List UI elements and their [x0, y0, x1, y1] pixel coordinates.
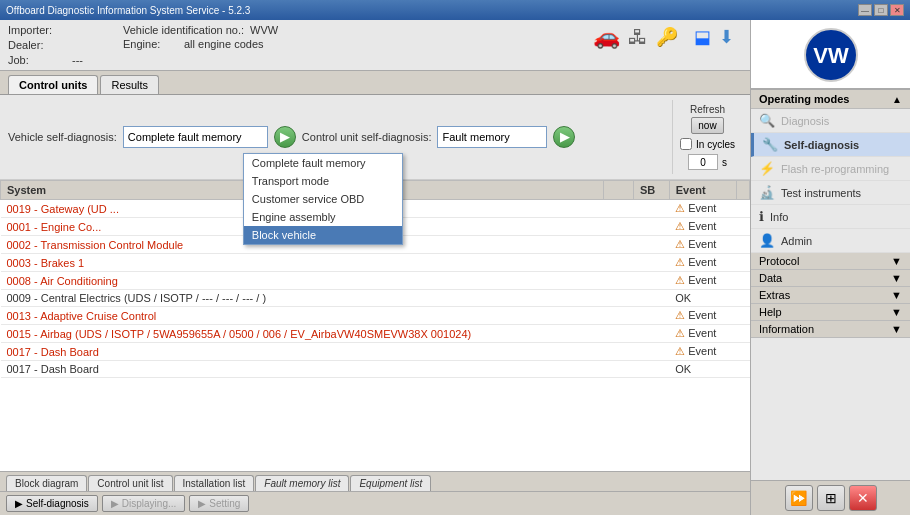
- cell-empty: [603, 272, 633, 290]
- information-section[interactable]: Information ▼: [751, 321, 910, 338]
- admin-icon: 👤: [759, 233, 775, 248]
- diagnosis-icon: 🔍: [759, 113, 775, 128]
- car-icon[interactable]: 🚗: [593, 24, 620, 50]
- setting-icon: ▶: [198, 498, 206, 509]
- cycles-input[interactable]: [688, 154, 718, 170]
- dropdown-item-engine[interactable]: Engine assembly: [244, 208, 402, 226]
- tab-results[interactable]: Results: [100, 75, 159, 94]
- cell-empty: [603, 200, 633, 218]
- diagnosis-label: Diagnosis: [781, 115, 829, 127]
- flash-label: Flash re-programming: [781, 163, 889, 175]
- help-section[interactable]: Help ▼: [751, 304, 910, 321]
- bottom-tab-fault-memory[interactable]: Fault memory list: [255, 475, 349, 491]
- flash-icon: ⚡: [759, 161, 775, 176]
- bottom-tab-control-unit-list[interactable]: Control unit list: [88, 475, 172, 491]
- dropdown-item-customer[interactable]: Customer service OBD: [244, 190, 402, 208]
- network-icon[interactable]: 🖧: [628, 26, 648, 49]
- cell-sb: [633, 361, 669, 378]
- vehicle-diag-go-button[interactable]: ▶: [274, 126, 296, 148]
- key-icon[interactable]: 🔑: [656, 26, 678, 48]
- control-unit-select-wrap[interactable]: Fault memory: [437, 126, 547, 148]
- toolbar: Vehicle self-diagnosis: Complete fault m…: [0, 95, 750, 180]
- menu-item-test-instruments[interactable]: 🔬 Test instruments: [751, 181, 910, 205]
- data-section[interactable]: Data ▼: [751, 270, 910, 287]
- engine-value: all engine codes: [184, 38, 264, 50]
- setting-label: Setting: [209, 498, 240, 509]
- table-row[interactable]: 0008 - Air Conditioning⚠ Event: [1, 272, 750, 290]
- bottom-tab-block-diagram[interactable]: Block diagram: [6, 475, 87, 491]
- cell-empty: [603, 254, 633, 272]
- vehicle-id-value: WVW: [250, 24, 278, 36]
- data-arrow: ▼: [891, 272, 902, 284]
- vw-logo-area: VW: [751, 20, 910, 90]
- refresh-panel: Refresh now In cycles s: [672, 100, 742, 174]
- cell-empty: [603, 307, 633, 325]
- menu-item-diagnosis[interactable]: 🔍 Diagnosis: [751, 109, 910, 133]
- grid-button[interactable]: ⊞: [817, 485, 845, 511]
- close-button[interactable]: ✕: [890, 4, 904, 16]
- in-cycles-checkbox[interactable]: [680, 138, 692, 150]
- table-row[interactable]: 0017 - Dash Board⚠ Event: [1, 343, 750, 361]
- close-right-button[interactable]: ✕: [849, 485, 877, 511]
- vehicle-self-diag-select-wrap[interactable]: Complete fault memory Transport mode Cus…: [123, 126, 268, 148]
- menu-item-admin[interactable]: 👤 Admin: [751, 229, 910, 253]
- minimize-button[interactable]: —: [858, 4, 872, 16]
- dropdown-overlay[interactable]: Complete fault memory Transport mode Cus…: [243, 153, 403, 245]
- help-arrow: ▼: [891, 306, 902, 318]
- table-row[interactable]: 0015 - Airbag (UDS / ISOTP / 5WA959655A …: [1, 325, 750, 343]
- protocol-arrow: ▼: [891, 255, 902, 267]
- table-row[interactable]: 0009 - Central Electrics (UDS / ISOTP / …: [1, 290, 750, 307]
- table-row[interactable]: 0013 - Adaptive Cruise Control⚠ Event: [1, 307, 750, 325]
- refresh-now-button[interactable]: now: [691, 117, 723, 134]
- cell-empty: [603, 236, 633, 254]
- self-diagnosis-button[interactable]: ▶ Self-diagnosis: [6, 495, 98, 512]
- job-value: ---: [72, 54, 83, 66]
- table-row[interactable]: 0003 - Brakes 1⚠ Event: [1, 254, 750, 272]
- forward-button[interactable]: ⏩: [785, 485, 813, 511]
- self-diagnosis-menu-label: Self-diagnosis: [784, 139, 859, 151]
- cell-sb: [633, 218, 669, 236]
- job-label: Job:: [8, 54, 68, 66]
- bottom-tab-installation-list[interactable]: Installation list: [174, 475, 255, 491]
- vehicle-self-diag-select[interactable]: Complete fault memory Transport mode Cus…: [123, 126, 268, 148]
- extras-section[interactable]: Extras ▼: [751, 287, 910, 304]
- window-controls[interactable]: — □ ✕: [858, 4, 904, 16]
- cell-sb: [633, 325, 669, 343]
- menu-item-flash[interactable]: ⚡ Flash re-programming: [751, 157, 910, 181]
- dropdown-item-complete[interactable]: Complete fault memory: [244, 154, 402, 172]
- control-unit-select[interactable]: Fault memory: [437, 126, 547, 148]
- operating-modes-header: Operating modes ▲: [751, 90, 910, 109]
- tab-control-units[interactable]: Control units: [8, 75, 98, 94]
- vehicle-self-diag-label: Vehicle self-diagnosis:: [8, 131, 117, 143]
- col-event: Event: [669, 181, 736, 200]
- cell-system: 0013 - Adaptive Cruise Control: [1, 307, 604, 325]
- cell-empty: [603, 361, 633, 378]
- download-icon[interactable]: ⬇: [719, 26, 734, 48]
- right-panel: VW Operating modes ▲ 🔍 Diagnosis 🔧 Self-…: [750, 20, 910, 515]
- cell-system: 0017 - Dash Board: [1, 361, 604, 378]
- protocol-section[interactable]: Protocol ▼: [751, 253, 910, 270]
- test-icon: 🔬: [759, 185, 775, 200]
- bottom-tab-equipment-list[interactable]: Equipment list: [350, 475, 431, 491]
- dropdown-item-transport[interactable]: Transport mode: [244, 172, 402, 190]
- cell-sb: [633, 290, 669, 307]
- table-row[interactable]: 0017 - Dash BoardOK: [1, 361, 750, 378]
- displaying-button[interactable]: ▶ Displaying...: [102, 495, 185, 512]
- cell-empty: [603, 343, 633, 361]
- menu-item-info[interactable]: ℹ Info: [751, 205, 910, 229]
- dropdown-item-block[interactable]: Block vehicle: [244, 226, 402, 244]
- menu-item-self-diagnosis[interactable]: 🔧 Self-diagnosis: [751, 133, 910, 157]
- setting-button[interactable]: ▶ Setting: [189, 495, 249, 512]
- control-unit-go-button[interactable]: ▶: [553, 126, 575, 148]
- cell-sb: [633, 254, 669, 272]
- operating-modes-arrow[interactable]: ▲: [892, 94, 902, 105]
- col-sb: SB: [633, 181, 669, 200]
- vehicle-id-label: Vehicle identification no.:: [123, 24, 244, 36]
- engine-label: Engine:: [123, 38, 178, 50]
- cell-event: ⚠ Event: [669, 343, 736, 361]
- app-title: Offboard Diagnostic Information System S…: [6, 5, 250, 16]
- control-unit-self-diag-label: Control unit self-diagnosis:: [302, 131, 432, 143]
- maximize-button[interactable]: □: [874, 4, 888, 16]
- cell-system: 0015 - Airbag (UDS / ISOTP / 5WA959655A …: [1, 325, 604, 343]
- bluetooth-icon[interactable]: ⬓: [694, 26, 711, 48]
